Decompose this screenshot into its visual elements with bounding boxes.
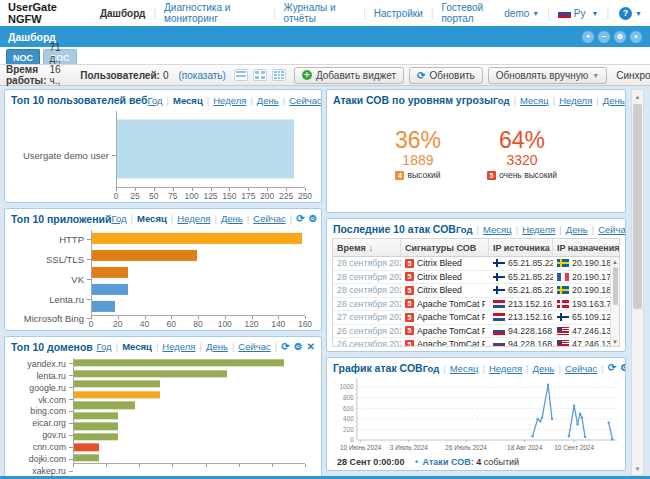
svg-text:1000: 1000 <box>340 383 355 390</box>
scroll-down-icon[interactable]: ▼ <box>632 462 643 475</box>
scroll-up-icon[interactable]: ▲ <box>632 90 643 103</box>
period-link[interactable]: День <box>257 95 279 106</box>
period-link[interactable]: Неделя <box>177 213 210 224</box>
scroll-down-icon[interactable]: ▼ <box>611 337 619 346</box>
period-link[interactable]: День <box>603 95 625 106</box>
period-link[interactable]: Год <box>423 363 440 374</box>
ip-text: 20.190.177.82 <box>572 272 610 282</box>
period-link[interactable]: Месяц <box>122 341 152 352</box>
period-link[interactable]: Месяц <box>450 363 479 374</box>
dashboard-tabs: NOC SOC <box>0 47 650 64</box>
collapse-icon[interactable]: − <box>598 31 610 43</box>
stat-legend: 5 очень высокий <box>487 170 557 180</box>
stat-count: 1889 <box>395 152 441 169</box>
period-link[interactable]: День <box>533 363 555 374</box>
list-view-icon[interactable] <box>234 69 248 81</box>
scrollbar-thumb[interactable] <box>613 267 618 305</box>
add-tab-icon[interactable]: + <box>582 31 594 43</box>
period-link[interactable]: Неделя <box>489 363 522 374</box>
ip-text: 193.163.77.16 <box>572 299 610 309</box>
tab-noc[interactable]: NOC <box>6 49 40 64</box>
cell-time: 28 сентября 202… <box>333 257 401 270</box>
gear-icon[interactable]: ⚙ <box>294 342 303 352</box>
period-link[interactable]: Неделя <box>522 224 555 235</box>
refresh-icon[interactable]: ⟳ <box>608 363 616 373</box>
axis-tick-label: 225 <box>279 191 293 201</box>
period-link[interactable]: День <box>566 224 588 235</box>
add-widget-button[interactable]: + Добавить виджет <box>294 67 404 84</box>
period-link[interactable]: Год <box>111 213 126 224</box>
bar-label: Usergate demo user <box>11 111 116 201</box>
cell-source-ip: 213.152.161.69 <box>489 298 553 311</box>
nav-diagnostics[interactable]: Диагностика и мониторинг <box>164 2 265 24</box>
grid-2col-view-icon[interactable] <box>253 69 267 81</box>
add-widget-label: Добавить виджет <box>316 70 396 81</box>
column-header[interactable]: IP назначения <box>553 239 619 256</box>
refresh-icon[interactable]: ⟳ <box>296 214 304 224</box>
language-menu[interactable]: Ру ▼ <box>558 8 599 19</box>
grid-3col-view-icon[interactable] <box>272 69 286 81</box>
period-link[interactable]: Сейчас <box>289 95 321 106</box>
table-row[interactable]: 27 сентября 202…5Apache TomCat Path Trav… <box>333 311 610 325</box>
close-icon[interactable]: ✕ <box>307 342 315 352</box>
ip-text: 47.246.133.142 <box>572 339 610 346</box>
table-scrollbar[interactable]: ▲ ▼ <box>610 257 619 346</box>
refresh-icon[interactable]: ⟳ <box>281 342 289 352</box>
scroll-up-icon[interactable]: ▲ <box>611 257 619 266</box>
nav-guest-portal[interactable]: Гостевой портал <box>441 2 504 24</box>
axis-tick-label: 160 <box>298 319 312 329</box>
bar-label: dojki.com <box>11 453 73 465</box>
table-row[interactable]: 26 сентября 202…5Apache TomCat Path Trav… <box>333 338 610 346</box>
scrollbar-thumb[interactable] <box>633 104 642 309</box>
table-row[interactable]: 26 сентября 202…5Apache TomCat Path Trav… <box>333 325 610 339</box>
user-menu[interactable]: demo ▼ <box>504 8 539 19</box>
period-link[interactable]: Месяц <box>173 95 203 106</box>
period-link[interactable]: Год <box>493 95 510 106</box>
period-link[interactable]: Сейчас <box>253 213 285 224</box>
period-link[interactable]: Год <box>147 95 162 106</box>
axis-tick-label: 150 <box>222 191 236 201</box>
russia-flag-icon <box>558 9 571 18</box>
gear-icon[interactable]: ⚙ <box>309 214 318 224</box>
period-link[interactable]: Неделя <box>162 341 195 352</box>
axis-tick-label: 20 <box>113 319 122 329</box>
help-menu[interactable]: ? ▼ <box>617 7 642 20</box>
page-scrollbar[interactable]: ▲ ▼ <box>631 89 644 476</box>
column-header[interactable]: Сигнатуры СОВ <box>401 239 489 256</box>
axis-tick <box>106 464 107 467</box>
axis-tick-label: 60 <box>167 319 176 329</box>
table-row[interactable]: 28 сентября 202…5Citrix Bleed65.21.85.22… <box>333 257 610 271</box>
refresh-mode-dropdown[interactable]: Обновлять вручную ▼ <box>488 67 607 84</box>
period-link[interactable]: Год <box>97 341 112 352</box>
table-row[interactable]: 28 сентября 202…5Apache TomCat Path Trav… <box>333 298 610 312</box>
refresh-button[interactable]: ⟳ Обновить <box>409 67 483 84</box>
period-link[interactable]: День <box>206 341 228 352</box>
gear-icon[interactable]: ⚙ <box>620 363 626 373</box>
period-link[interactable]: Месяц <box>483 224 512 235</box>
column-header[interactable]: Время↓ <box>333 239 401 256</box>
period-link[interactable]: День <box>221 213 243 224</box>
tooltip-time: 28 Сент 0:00:00 <box>337 457 404 467</box>
nav-dashboard[interactable]: Дашборд <box>100 8 146 19</box>
table-row[interactable]: 28 сентября 202…5Citrix Bleed65.21.85.22… <box>333 284 610 298</box>
ru-flag-icon <box>493 340 505 346</box>
chart-category-labels: Usergate demo user <box>11 111 116 201</box>
nav-separator: | <box>273 8 276 19</box>
table-row[interactable]: 28 сентября 202…5Citrix Bleed65.21.85.22… <box>333 271 610 285</box>
gear-icon[interactable]: ⚙ <box>614 31 626 43</box>
period-link[interactable]: Неделя <box>213 95 246 106</box>
period-link[interactable]: Сейчас <box>238 341 270 352</box>
period-link[interactable]: Год <box>456 224 473 235</box>
column-header[interactable]: IP источника <box>489 239 553 256</box>
show-users-link[interactable]: (показать) <box>178 70 225 81</box>
scroll-down-icon[interactable]: ▼ <box>630 31 642 43</box>
nav-settings[interactable]: Настройки <box>374 8 423 19</box>
period-link[interactable]: Неделя <box>559 95 592 106</box>
period-link[interactable]: Месяц <box>137 213 167 224</box>
widget-last-attacks: Последние 10 атак СОВ Год|Месяц|Неделя|Д… <box>326 218 626 352</box>
period-link[interactable]: Сейчас <box>565 363 597 374</box>
period-link[interactable]: Сейчас <box>598 224 626 235</box>
period-link[interactable]: Месяц <box>520 95 549 106</box>
nav-logs-reports[interactable]: Журналы и отчёты <box>284 2 356 24</box>
cell-destination-ip: 47.246.133.142 <box>553 338 610 346</box>
